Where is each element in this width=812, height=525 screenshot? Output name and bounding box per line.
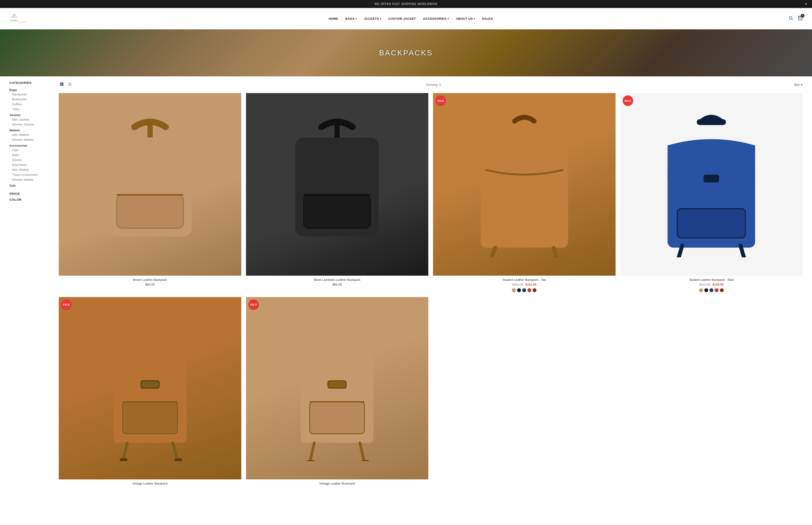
svg-rect-6 bbox=[62, 82, 63, 84]
product-price: $94.00 bbox=[246, 283, 429, 286]
hero-title: BACKPACKS bbox=[379, 49, 433, 57]
svg-rect-14 bbox=[117, 195, 183, 228]
svg-rect-9 bbox=[68, 83, 72, 83]
product-image-svg bbox=[264, 315, 410, 461]
svg-rect-18 bbox=[304, 195, 370, 228]
products-area: Showing: 6 Sort ▾ bbox=[59, 81, 802, 486]
svg-rect-25 bbox=[704, 175, 719, 182]
sale-badge: SALE bbox=[248, 299, 259, 310]
sidebar-item-women-jackets[interactable]: Women Jackets bbox=[10, 123, 52, 126]
sidebar-item-hats[interactable]: Hats bbox=[10, 148, 52, 152]
product-card[interactable]: Black Lambskin Leather Backpack $94.00 bbox=[246, 93, 429, 292]
product-image-svg bbox=[264, 111, 410, 257]
swatch-red[interactable] bbox=[527, 288, 532, 292]
sidebar-item-duffles[interactable]: Duffles bbox=[10, 103, 52, 106]
original-price: $201.00 bbox=[512, 283, 523, 286]
swatch-black[interactable] bbox=[704, 288, 708, 292]
svg-text:Leather: Leather bbox=[10, 19, 18, 21]
svg-rect-26 bbox=[677, 209, 746, 238]
sidebar-item-jackets[interactable]: Jackets bbox=[10, 113, 52, 117]
sidebar-item-keychains[interactable]: Keychains bbox=[10, 163, 52, 167]
swatch-blue[interactable] bbox=[709, 288, 714, 292]
sidebar-item-sale[interactable]: Sale bbox=[10, 184, 52, 187]
product-image-svg bbox=[638, 111, 784, 257]
sidebar-item-bags[interactable]: Bags bbox=[10, 88, 52, 92]
swatch-brown[interactable] bbox=[532, 288, 537, 292]
product-card[interactable]: SALE bbox=[620, 93, 803, 292]
svg-line-39 bbox=[310, 443, 314, 461]
sidebar-item-women-wallets-acc[interactable]: Women Wallets bbox=[10, 178, 52, 181]
sidebar-item-backpacks[interactable]: Backpacks bbox=[10, 93, 52, 96]
svg-rect-7 bbox=[60, 84, 62, 86]
sidebar-item-belts[interactable]: Belts bbox=[10, 153, 52, 157]
product-price: $201.00 $150.00 bbox=[620, 283, 803, 286]
logo-icon: Inspired Leather bbox=[10, 12, 28, 26]
header: Inspired Leather HOME BAGS ▾ JACKETS ▾ C… bbox=[0, 8, 812, 29]
search-button[interactable] bbox=[788, 16, 793, 21]
swatch-tan[interactable] bbox=[512, 288, 516, 292]
sidebar-item-accessories[interactable]: Accessories bbox=[10, 144, 52, 147]
nav-about-us[interactable]: ABOUT US ▾ bbox=[456, 17, 475, 20]
product-image: SALE bbox=[620, 93, 803, 276]
sidebar-item-men-wallets[interactable]: Men Wallets bbox=[10, 133, 52, 137]
nav-home[interactable]: HOME bbox=[329, 17, 338, 20]
about-chevron: ▾ bbox=[474, 17, 475, 20]
sidebar-item-briefcases[interactable]: Briefcases bbox=[10, 97, 52, 101]
sidebar-item-totes[interactable]: Totes bbox=[10, 107, 52, 111]
swatch-tan[interactable] bbox=[699, 288, 703, 292]
jackets-chevron: ▾ bbox=[380, 17, 381, 20]
sale-badge: SALE bbox=[623, 95, 633, 106]
sidebar-item-travel-accessories[interactable]: Travel Accessories bbox=[10, 173, 52, 177]
svg-point-2 bbox=[789, 16, 792, 19]
nav-accessories[interactable]: ACCESSORIES ▾ bbox=[423, 17, 449, 20]
announcement-text: WE OFFER FAST SHIPPING WORLDWIDE bbox=[374, 2, 438, 6]
product-image-svg bbox=[451, 111, 597, 257]
product-card[interactable]: SALE Vintage Leather Rucksack bbox=[246, 297, 429, 487]
svg-rect-23 bbox=[697, 119, 726, 125]
header-icons: 0 bbox=[788, 16, 802, 21]
sidebar-item-men-jackets[interactable]: Men Jackets bbox=[10, 118, 52, 121]
nav-jackets[interactable]: JACKETS ▾ bbox=[364, 17, 381, 20]
grid-icon bbox=[60, 82, 64, 86]
sort-dropdown[interactable]: Sort ▾ bbox=[794, 83, 802, 87]
nav-bags[interactable]: BAGS ▾ bbox=[346, 17, 357, 20]
product-name: Brown Leather Backpack bbox=[59, 278, 241, 282]
swatch-red[interactable] bbox=[715, 288, 719, 292]
svg-rect-30 bbox=[141, 381, 159, 388]
swatch-black[interactable] bbox=[517, 288, 521, 292]
svg-rect-33 bbox=[120, 459, 127, 461]
svg-rect-42 bbox=[362, 460, 369, 461]
swatch-brown[interactable] bbox=[720, 288, 724, 292]
product-name: Vintage Leather Backpack bbox=[59, 482, 241, 485]
product-card[interactable]: SALE Student Leath bbox=[433, 93, 616, 292]
announcement-close[interactable]: × bbox=[805, 2, 807, 6]
product-card[interactable]: Brown Leather Backpack $94.00 bbox=[59, 93, 241, 292]
grid-view-button[interactable] bbox=[59, 81, 65, 88]
product-card[interactable]: SALE bbox=[59, 297, 241, 487]
sidebar-item-women-wallets[interactable]: Women Wallets bbox=[10, 138, 52, 141]
list-view-button[interactable] bbox=[67, 81, 73, 88]
sale-price: $150.00 bbox=[713, 283, 724, 286]
sidebar-item-men-wallets-acc[interactable]: Men Wallets bbox=[10, 168, 52, 171]
color-swatches bbox=[433, 288, 616, 292]
cart-button[interactable]: 0 bbox=[798, 16, 802, 21]
categories-title: CATEGORIES bbox=[10, 81, 52, 85]
svg-rect-20 bbox=[480, 165, 568, 247]
search-icon bbox=[788, 16, 793, 20]
price-title: PRICE bbox=[10, 192, 52, 196]
sidebar-item-gloves[interactable]: Gloves bbox=[10, 158, 52, 162]
svg-line-3 bbox=[792, 19, 793, 20]
swatch-blue[interactable] bbox=[522, 288, 526, 292]
nav-sales[interactable]: SALES bbox=[482, 17, 493, 20]
sale-badge: SALE bbox=[61, 299, 72, 310]
product-price: $201.00 $151.00 bbox=[433, 283, 616, 286]
product-image: SALE bbox=[433, 93, 616, 276]
accessories-chevron: ▾ bbox=[448, 17, 449, 20]
logo[interactable]: Inspired Leather bbox=[10, 12, 33, 26]
svg-rect-34 bbox=[174, 459, 182, 461]
svg-rect-38 bbox=[328, 381, 346, 388]
nav-custom-jacket[interactable]: CUSTOM JACKET bbox=[388, 17, 416, 20]
sidebar-item-wallets[interactable]: Wallets bbox=[10, 129, 52, 132]
products-grid: Brown Leather Backpack $94.00 Black Lamb… bbox=[59, 93, 802, 486]
product-name: Vintage Leather Rucksack bbox=[246, 482, 429, 485]
